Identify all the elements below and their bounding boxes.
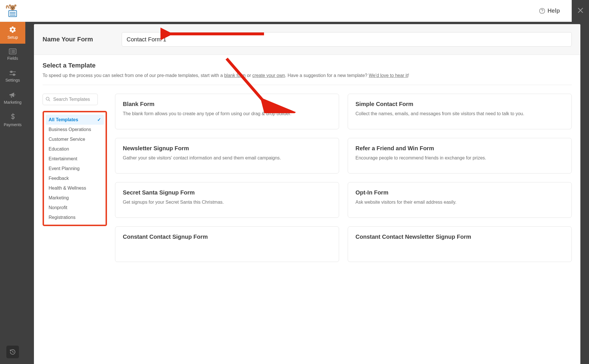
- sliders-icon: [9, 70, 16, 76]
- svg-rect-20: [13, 74, 15, 76]
- template-desc: Get signups for your Secret Santa this C…: [123, 199, 331, 205]
- main: Help Name Your Form Select a Template To…: [25, 0, 589, 364]
- template-desc: The blank form allows you to create any …: [123, 110, 331, 117]
- select-template-header: Select a Template To speed up the proces…: [34, 55, 580, 85]
- select-template-desc: To speed up the process you can select f…: [43, 72, 572, 85]
- category-item[interactable]: Customer Service: [46, 134, 104, 144]
- history-button[interactable]: [6, 346, 19, 358]
- desc-text: or: [246, 73, 252, 78]
- svg-point-22: [542, 12, 542, 13]
- template-search-input[interactable]: [43, 94, 98, 105]
- svg-point-1: [9, 4, 11, 7]
- category-label: Event Planning: [49, 166, 80, 171]
- template-desc: Collect the names, emails, and messages …: [355, 110, 564, 117]
- blank-form-link[interactable]: blank form: [224, 73, 246, 78]
- svg-point-5: [12, 8, 13, 9]
- category-item[interactable]: Business Operations: [46, 125, 104, 134]
- content: Name Your Form Select a Template To spee…: [34, 24, 580, 364]
- category-label: All Templates: [49, 117, 78, 122]
- svg-point-3: [12, 7, 12, 8]
- template-title: Refer a Friend and Win Form: [355, 145, 564, 152]
- svg-rect-18: [11, 71, 12, 73]
- category-label: Registrations: [49, 215, 75, 220]
- category-item[interactable]: Entertainment: [46, 154, 104, 164]
- create-your-own-link[interactable]: create your own: [252, 73, 285, 78]
- category-label: Marketing: [49, 195, 69, 201]
- category-item[interactable]: Marketing: [46, 193, 104, 203]
- help-link[interactable]: Help: [539, 7, 560, 14]
- template-card[interactable]: Opt-In FormAsk website visitors for thei…: [348, 182, 572, 218]
- sidebar-item-settings[interactable]: Settings: [0, 66, 25, 87]
- sidebar-item-label: Marketing: [4, 100, 21, 105]
- help-label: Help: [548, 7, 560, 14]
- category-item[interactable]: Feedback: [46, 174, 104, 183]
- template-desc: Gather your site visitors' contact infor…: [123, 155, 331, 161]
- template-desc: Ask website visitors for their email add…: [355, 199, 564, 205]
- close-button[interactable]: [577, 6, 585, 14]
- help-icon: [539, 8, 545, 14]
- sidebar-item-label: Settings: [5, 78, 20, 82]
- bullhorn-icon: [9, 92, 16, 98]
- history-icon: [9, 349, 16, 355]
- search-wrap: [43, 94, 107, 105]
- select-template-title: Select a Template: [43, 62, 572, 69]
- template-title: Constant Contact Signup Form: [123, 234, 331, 240]
- category-item[interactable]: Health & Wellness: [46, 183, 104, 193]
- category-label: Health & Wellness: [49, 186, 86, 191]
- check-icon: ✓: [97, 117, 101, 122]
- svg-line-24: [49, 100, 50, 101]
- template-card[interactable]: Newsletter Signup FormGather your site v…: [115, 138, 339, 174]
- feedback-link[interactable]: We'd love to hear it: [369, 73, 408, 78]
- template-title: Blank Form: [123, 101, 331, 107]
- list-icon: [9, 49, 16, 54]
- svg-point-4: [13, 7, 14, 8]
- name-form-label: Name Your Form: [43, 36, 93, 43]
- template-card[interactable]: Constant Contact Newsletter Signup Form: [348, 226, 572, 262]
- desc-text: To speed up the process you can select f…: [43, 73, 224, 78]
- form-name-input[interactable]: [122, 32, 572, 47]
- svg-point-2: [14, 4, 17, 7]
- name-form-row: Name Your Form: [34, 24, 580, 55]
- sidebar-item-marketing[interactable]: Marketing: [0, 87, 25, 109]
- logo: [0, 0, 25, 22]
- template-title: Secret Santa Signup Form: [123, 189, 331, 196]
- category-item[interactable]: Nonprofit: [46, 203, 104, 213]
- template-card[interactable]: Simple Contact FormCollect the names, em…: [348, 94, 572, 129]
- sidebar-item-label: Setup: [7, 35, 18, 40]
- category-label: Customer Service: [49, 137, 85, 142]
- template-title: Newsletter Signup Form: [123, 145, 331, 152]
- sidebar: Setup Fields Settings Marketing Payments: [0, 0, 25, 364]
- close-icon: [577, 6, 585, 14]
- category-label: Entertainment: [49, 156, 77, 161]
- category-item[interactable]: Registrations: [46, 213, 104, 222]
- category-label: Education: [49, 147, 69, 152]
- desc-text: !: [408, 73, 409, 78]
- template-card[interactable]: Secret Santa Signup FormGet signups for …: [115, 182, 339, 218]
- desc-text: . Have a suggestion for a new template?: [285, 73, 369, 78]
- svg-point-23: [46, 97, 49, 100]
- template-card[interactable]: Constant Contact Signup Form: [115, 226, 339, 262]
- sidebar-item-payments[interactable]: Payments: [0, 109, 25, 131]
- sidebar-item-label: Payments: [4, 122, 22, 127]
- template-card[interactable]: Refer a Friend and Win FormEncourage peo…: [348, 138, 572, 174]
- template-grid: Blank FormThe blank form allows you to c…: [107, 85, 572, 262]
- wpforms-logo-icon: [5, 4, 20, 18]
- category-label: Nonprofit: [49, 205, 67, 210]
- search-icon: [45, 97, 51, 102]
- sidebar-item-label: Fields: [7, 56, 18, 61]
- category-label: Feedback: [49, 176, 69, 181]
- category-item[interactable]: Event Planning: [46, 164, 104, 174]
- category-item[interactable]: All Templates✓: [46, 115, 104, 125]
- template-title: Simple Contact Form: [355, 101, 564, 107]
- category-item[interactable]: Education: [46, 144, 104, 154]
- template-title: Constant Contact Newsletter Signup Form: [355, 234, 564, 240]
- template-desc: Encourage people to recommend friends in…: [355, 155, 564, 161]
- sidebar-item-setup[interactable]: Setup: [0, 22, 25, 44]
- dollar-icon: [10, 113, 15, 121]
- category-column: All Templates✓Business OperationsCustome…: [43, 85, 107, 262]
- template-card[interactable]: Blank FormThe blank form allows you to c…: [115, 94, 339, 129]
- category-list: All Templates✓Business OperationsCustome…: [43, 111, 107, 226]
- lower-panel: All Templates✓Business OperationsCustome…: [34, 85, 580, 262]
- sidebar-item-fields[interactable]: Fields: [0, 44, 25, 66]
- topbar: Help: [25, 0, 572, 22]
